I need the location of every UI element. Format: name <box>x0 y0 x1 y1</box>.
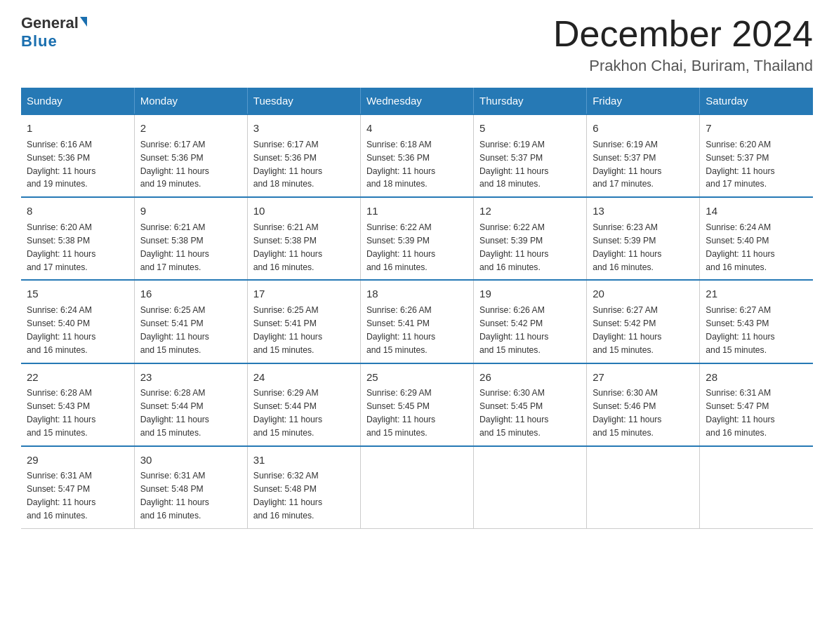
day-number: 12 <box>479 203 581 220</box>
day-number: 16 <box>140 286 241 302</box>
day-number: 28 <box>706 370 807 386</box>
day-number: 29 <box>27 452 128 469</box>
calendar-cell: 26 Sunrise: 6:30 AMSunset: 5:45 PMDaylig… <box>474 363 587 446</box>
calendar-cell: 5 Sunrise: 6:19 AMSunset: 5:37 PMDayligh… <box>474 114 587 197</box>
day-info: Sunrise: 6:26 AMSunset: 5:41 PMDaylight:… <box>366 305 435 355</box>
day-number: 11 <box>366 203 468 220</box>
day-number: 2 <box>140 121 241 137</box>
calendar-cell: 15 Sunrise: 6:24 AMSunset: 5:40 PMDaylig… <box>21 280 134 363</box>
calendar-header-thursday: Thursday <box>474 88 587 114</box>
calendar-cell: 17 Sunrise: 6:25 AMSunset: 5:41 PMDaylig… <box>247 280 360 363</box>
day-number: 9 <box>140 203 241 220</box>
logo-triangle-icon <box>80 17 87 27</box>
day-info: Sunrise: 6:30 AMSunset: 5:46 PMDaylight:… <box>593 388 661 438</box>
page-header: General Blue December 2024 Prakhon Chai,… <box>21 14 813 75</box>
day-number: 31 <box>253 452 355 469</box>
day-info: Sunrise: 6:31 AMSunset: 5:47 PMDaylight:… <box>706 388 774 438</box>
calendar-cell: 24 Sunrise: 6:29 AMSunset: 5:44 PMDaylig… <box>247 363 360 446</box>
calendar-header-monday: Monday <box>134 88 247 114</box>
calendar-cell <box>587 446 700 529</box>
day-info: Sunrise: 6:25 AMSunset: 5:41 PMDaylight:… <box>253 305 322 355</box>
calendar-week-4: 22 Sunrise: 6:28 AMSunset: 5:43 PMDaylig… <box>21 363 813 446</box>
day-info: Sunrise: 6:25 AMSunset: 5:41 PMDaylight:… <box>140 305 209 355</box>
calendar-cell: 9 Sunrise: 6:21 AMSunset: 5:38 PMDayligh… <box>134 197 247 280</box>
day-info: Sunrise: 6:21 AMSunset: 5:38 PMDaylight:… <box>253 222 322 272</box>
calendar-header-friday: Friday <box>587 88 700 114</box>
calendar-cell: 10 Sunrise: 6:21 AMSunset: 5:38 PMDaylig… <box>247 197 360 280</box>
day-info: Sunrise: 6:23 AMSunset: 5:39 PMDaylight:… <box>593 222 661 272</box>
calendar-cell <box>474 446 587 529</box>
day-number: 7 <box>706 121 807 137</box>
title-block: December 2024 Prakhon Chai, Buriram, Tha… <box>553 14 813 75</box>
calendar-cell: 25 Sunrise: 6:29 AMSunset: 5:45 PMDaylig… <box>360 363 473 446</box>
calendar-table: SundayMondayTuesdayWednesdayThursdayFrid… <box>21 88 813 529</box>
day-info: Sunrise: 6:18 AMSunset: 5:36 PMDaylight:… <box>366 140 435 189</box>
day-info: Sunrise: 6:31 AMSunset: 5:47 PMDaylight:… <box>27 471 95 521</box>
calendar-cell: 14 Sunrise: 6:24 AMSunset: 5:40 PMDaylig… <box>700 197 813 280</box>
calendar-cell: 31 Sunrise: 6:32 AMSunset: 5:48 PMDaylig… <box>247 446 360 529</box>
calendar-cell: 20 Sunrise: 6:27 AMSunset: 5:42 PMDaylig… <box>587 280 700 363</box>
day-info: Sunrise: 6:26 AMSunset: 5:42 PMDaylight:… <box>479 305 548 355</box>
calendar-header-row: SundayMondayTuesdayWednesdayThursdayFrid… <box>21 88 813 114</box>
calendar-week-2: 8 Sunrise: 6:20 AMSunset: 5:38 PMDayligh… <box>21 197 813 280</box>
day-info: Sunrise: 6:17 AMSunset: 5:36 PMDaylight:… <box>253 140 322 189</box>
day-info: Sunrise: 6:32 AMSunset: 5:48 PMDaylight:… <box>253 471 322 521</box>
day-number: 10 <box>253 203 355 220</box>
calendar-cell: 2 Sunrise: 6:17 AMSunset: 5:36 PMDayligh… <box>134 114 247 197</box>
day-number: 15 <box>27 286 128 302</box>
day-number: 6 <box>593 121 694 137</box>
calendar-header-saturday: Saturday <box>700 88 813 114</box>
day-number: 26 <box>479 370 581 386</box>
day-number: 23 <box>140 370 241 386</box>
day-number: 18 <box>366 286 468 302</box>
logo: General Blue <box>21 14 87 51</box>
calendar-cell: 16 Sunrise: 6:25 AMSunset: 5:41 PMDaylig… <box>134 280 247 363</box>
day-info: Sunrise: 6:29 AMSunset: 5:44 PMDaylight:… <box>253 388 322 438</box>
calendar-week-5: 29 Sunrise: 6:31 AMSunset: 5:47 PMDaylig… <box>21 446 813 529</box>
day-info: Sunrise: 6:20 AMSunset: 5:38 PMDaylight:… <box>27 222 95 272</box>
calendar-cell: 29 Sunrise: 6:31 AMSunset: 5:47 PMDaylig… <box>21 446 134 529</box>
calendar-cell: 27 Sunrise: 6:30 AMSunset: 5:46 PMDaylig… <box>587 363 700 446</box>
day-number: 5 <box>479 121 581 137</box>
day-number: 27 <box>593 370 694 386</box>
day-info: Sunrise: 6:22 AMSunset: 5:39 PMDaylight:… <box>479 222 548 272</box>
calendar-cell: 22 Sunrise: 6:28 AMSunset: 5:43 PMDaylig… <box>21 363 134 446</box>
day-info: Sunrise: 6:30 AMSunset: 5:45 PMDaylight:… <box>479 388 548 438</box>
calendar-header-tuesday: Tuesday <box>247 88 360 114</box>
calendar-header-sunday: Sunday <box>21 88 134 114</box>
day-info: Sunrise: 6:24 AMSunset: 5:40 PMDaylight:… <box>27 305 95 355</box>
calendar-cell: 30 Sunrise: 6:31 AMSunset: 5:48 PMDaylig… <box>134 446 247 529</box>
day-number: 24 <box>253 370 355 386</box>
day-info: Sunrise: 6:19 AMSunset: 5:37 PMDaylight:… <box>479 140 548 189</box>
calendar-cell: 11 Sunrise: 6:22 AMSunset: 5:39 PMDaylig… <box>360 197 473 280</box>
day-info: Sunrise: 6:28 AMSunset: 5:43 PMDaylight:… <box>27 388 95 438</box>
day-number: 25 <box>366 370 468 386</box>
day-info: Sunrise: 6:22 AMSunset: 5:39 PMDaylight:… <box>366 222 435 272</box>
day-info: Sunrise: 6:29 AMSunset: 5:45 PMDaylight:… <box>366 388 435 438</box>
day-info: Sunrise: 6:31 AMSunset: 5:48 PMDaylight:… <box>140 471 209 521</box>
day-number: 19 <box>479 286 581 302</box>
calendar-cell: 21 Sunrise: 6:27 AMSunset: 5:43 PMDaylig… <box>700 280 813 363</box>
logo-blue-text: Blue <box>21 32 58 51</box>
day-info: Sunrise: 6:28 AMSunset: 5:44 PMDaylight:… <box>140 388 209 438</box>
location-title: Prakhon Chai, Buriram, Thailand <box>553 57 813 75</box>
day-info: Sunrise: 6:20 AMSunset: 5:37 PMDaylight:… <box>706 140 774 189</box>
calendar-cell: 6 Sunrise: 6:19 AMSunset: 5:37 PMDayligh… <box>587 114 700 197</box>
calendar-cell: 28 Sunrise: 6:31 AMSunset: 5:47 PMDaylig… <box>700 363 813 446</box>
day-info: Sunrise: 6:27 AMSunset: 5:42 PMDaylight:… <box>593 305 661 355</box>
day-number: 13 <box>593 203 694 220</box>
calendar-cell: 3 Sunrise: 6:17 AMSunset: 5:36 PMDayligh… <box>247 114 360 197</box>
calendar-cell: 7 Sunrise: 6:20 AMSunset: 5:37 PMDayligh… <box>700 114 813 197</box>
calendar-header-wednesday: Wednesday <box>360 88 473 114</box>
day-info: Sunrise: 6:27 AMSunset: 5:43 PMDaylight:… <box>706 305 774 355</box>
calendar-cell <box>360 446 473 529</box>
day-number: 22 <box>27 370 128 386</box>
day-info: Sunrise: 6:21 AMSunset: 5:38 PMDaylight:… <box>140 222 209 272</box>
day-number: 21 <box>706 286 807 302</box>
calendar-cell: 4 Sunrise: 6:18 AMSunset: 5:36 PMDayligh… <box>360 114 473 197</box>
day-info: Sunrise: 6:19 AMSunset: 5:37 PMDaylight:… <box>593 140 661 189</box>
day-number: 30 <box>140 452 241 469</box>
calendar-cell: 1 Sunrise: 6:16 AMSunset: 5:36 PMDayligh… <box>21 114 134 197</box>
calendar-week-1: 1 Sunrise: 6:16 AMSunset: 5:36 PMDayligh… <box>21 114 813 197</box>
day-info: Sunrise: 6:16 AMSunset: 5:36 PMDaylight:… <box>27 140 95 189</box>
